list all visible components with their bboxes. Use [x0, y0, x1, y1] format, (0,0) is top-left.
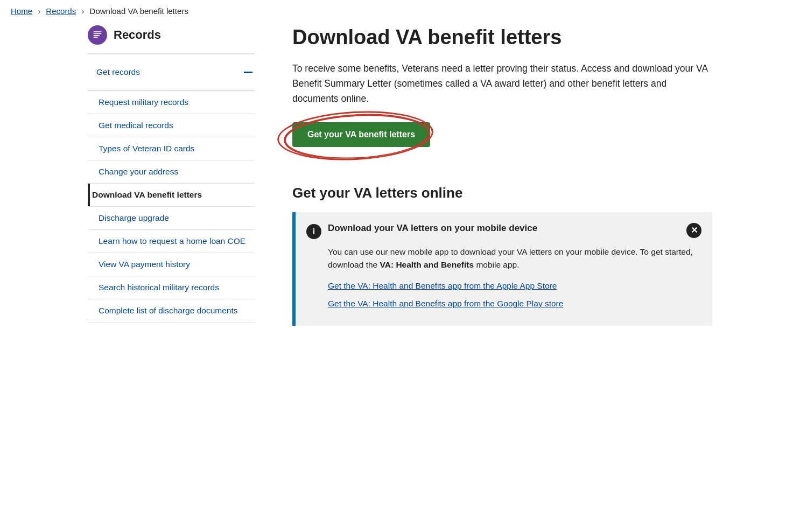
sidebar-item-request-military-records[interactable]: Request military records	[88, 91, 255, 114]
section-title: Get your VA letters online	[292, 185, 712, 201]
apple-app-store-link[interactable]: Get the VA: Health and Benefits app from…	[328, 279, 701, 293]
svg-rect-0	[94, 31, 102, 32]
sidebar-link-get-medical-records[interactable]: Get medical records	[88, 114, 255, 137]
svg-rect-2	[94, 35, 100, 36]
sidebar-link-payment-history[interactable]: View VA payment history	[88, 253, 255, 276]
sidebar-item-home-loan-coe[interactable]: Learn how to request a home loan COE	[88, 230, 255, 253]
breadcrumb-records[interactable]: Records	[46, 6, 76, 16]
sidebar-active-label: Download VA benefit letters	[92, 190, 202, 200]
sidebar-item-discharge-upgrade[interactable]: Discharge upgrade	[88, 207, 255, 230]
info-box-header: i Download your VA letters on your mobil…	[306, 223, 701, 239]
breadcrumb-sep-1: ›	[38, 6, 40, 16]
svg-rect-1	[94, 33, 102, 34]
google-play-link[interactable]: Get the VA: Health and Benefits app from…	[328, 297, 701, 311]
app-name-suffix: mobile app.	[476, 260, 519, 269]
sidebar-link-home-loan-coe[interactable]: Learn how to request a home loan COE	[88, 230, 255, 253]
sidebar-link-historical-records[interactable]: Search historical military records	[88, 276, 255, 299]
close-button[interactable]: ✕	[686, 223, 701, 238]
cta-wrapper: Get your VA benefit letters	[292, 122, 430, 163]
sidebar-link-discharge-upgrade[interactable]: Discharge upgrade	[88, 207, 255, 229]
sidebar-nav: Get records Request military records Get…	[88, 54, 255, 323]
sidebar-link-discharge-docs[interactable]: Complete list of discharge documents	[88, 299, 255, 322]
records-svg-icon	[92, 30, 103, 40]
nav-dash-icon	[244, 72, 252, 73]
page-intro: To receive some benefits, Veterans need …	[292, 61, 712, 106]
info-box-body: You can use our new mobile app to downlo…	[306, 246, 701, 311]
sidebar-link-types-veteran-id[interactable]: Types of Veteran ID cards	[88, 137, 255, 160]
sidebar-link-get-records[interactable]: Get records	[92, 61, 140, 83]
sidebar-item-get-records[interactable]: Get records	[88, 54, 255, 91]
page-title: Download VA benefit letters	[292, 25, 712, 50]
main-content: Download VA benefit letters To receive s…	[271, 20, 712, 337]
info-box-description: You can use our new mobile app to downlo…	[328, 246, 701, 272]
sidebar-item-change-address[interactable]: Change your address	[88, 160, 255, 184]
sidebar-link-change-address[interactable]: Change your address	[88, 160, 255, 183]
sidebar-item-payment-history[interactable]: View VA payment history	[88, 253, 255, 276]
sidebar-item-historical-records[interactable]: Search historical military records	[88, 276, 255, 299]
sidebar-item-download-benefit-letters[interactable]: Download VA benefit letters	[88, 184, 255, 207]
breadcrumb-home[interactable]: Home	[11, 6, 32, 16]
sidebar-item-discharge-docs[interactable]: Complete list of discharge documents	[88, 299, 255, 323]
cta-button[interactable]: Get your VA benefit letters	[292, 122, 430, 147]
sidebar-item-types-veteran-id[interactable]: Types of Veteran ID cards	[88, 137, 255, 160]
sidebar: Records Get records Request military rec…	[88, 20, 271, 337]
breadcrumb-sep-2: ›	[81, 6, 84, 16]
sidebar-title: Records	[114, 28, 161, 42]
info-icon: i	[306, 224, 321, 239]
app-name: VA: Health and Benefits	[380, 260, 474, 269]
breadcrumb-current: Download VA benefit letters	[90, 6, 188, 16]
sidebar-item-get-medical-records[interactable]: Get medical records	[88, 114, 255, 137]
info-box: i Download your VA letters on your mobil…	[292, 212, 712, 326]
breadcrumb: Home › Records › Download VA benefit let…	[0, 0, 800, 20]
sidebar-active-item: Download VA benefit letters	[88, 184, 255, 206]
info-box-title: Download your VA letters on your mobile …	[328, 223, 686, 234]
svg-rect-3	[94, 37, 98, 38]
sidebar-link-request-military-records[interactable]: Request military records	[88, 91, 255, 114]
records-icon	[88, 25, 107, 45]
sidebar-header: Records	[88, 25, 255, 54]
